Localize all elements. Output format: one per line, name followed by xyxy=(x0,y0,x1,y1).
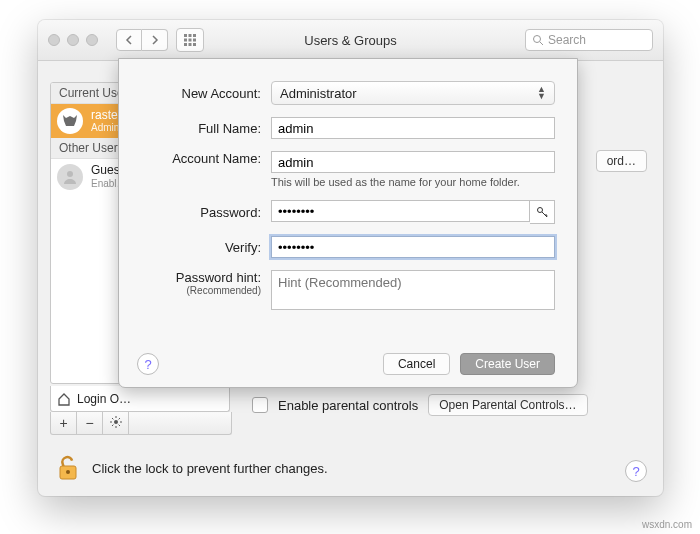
svg-point-15 xyxy=(538,208,543,213)
svg-rect-8 xyxy=(193,43,196,46)
key-icon xyxy=(536,206,548,218)
label-password: Password: xyxy=(141,205,271,220)
account-name-hint: This will be used as the name for your h… xyxy=(271,176,555,188)
change-password-button[interactable]: ord… xyxy=(596,150,647,172)
lock-row: Click the lock to prevent further change… xyxy=(54,454,647,482)
window-body: Current User raster… Admin Other Users G… xyxy=(38,60,663,496)
svg-rect-0 xyxy=(184,34,187,37)
label-hint: Password hint: (Recommended) xyxy=(141,270,271,296)
close-window-icon[interactable] xyxy=(48,34,60,46)
svg-rect-3 xyxy=(184,39,187,42)
lock-text: Click the lock to prevent further change… xyxy=(92,461,328,476)
full-name-input[interactable] xyxy=(271,117,555,139)
password-assistant-button[interactable] xyxy=(530,200,555,224)
remove-user-button[interactable]: − xyxy=(77,412,103,434)
label-verify: Verify: xyxy=(141,240,271,255)
enable-parental-label: Enable parental controls xyxy=(278,398,418,413)
cancel-button[interactable]: Cancel xyxy=(383,353,450,375)
svg-line-10 xyxy=(540,42,543,45)
add-user-button[interactable]: + xyxy=(51,412,77,434)
svg-rect-2 xyxy=(193,34,196,37)
nav-buttons xyxy=(116,29,168,51)
unlocked-padlock-icon[interactable] xyxy=(54,454,82,482)
svg-rect-1 xyxy=(189,34,192,37)
create-user-button[interactable]: Create User xyxy=(460,353,555,375)
grid-icon xyxy=(184,34,196,46)
label-account-name: Account Name: xyxy=(141,151,271,166)
account-type-select[interactable]: Administrator ▲▼ xyxy=(271,81,555,105)
chevron-left-icon xyxy=(125,35,133,45)
password-input[interactable] xyxy=(271,200,530,222)
avatar-icon xyxy=(57,164,83,190)
change-password-area: ord… xyxy=(596,150,647,172)
gear-icon xyxy=(110,416,122,428)
avatar-icon xyxy=(57,108,83,134)
svg-rect-5 xyxy=(193,39,196,42)
verify-password-input[interactable] xyxy=(271,236,555,258)
svg-point-11 xyxy=(67,171,73,177)
login-options-label: Login O… xyxy=(77,392,131,406)
preferences-window: Users & Groups Search Current User raste… xyxy=(38,20,663,496)
parental-controls-row: Enable parental controls Open Parental C… xyxy=(252,394,588,416)
search-icon xyxy=(532,34,544,46)
password-hint-input[interactable] xyxy=(271,270,555,310)
show-all-button[interactable] xyxy=(176,28,204,52)
search-field[interactable]: Search xyxy=(525,29,653,51)
help-button[interactable]: ? xyxy=(625,460,647,482)
svg-rect-6 xyxy=(184,43,187,46)
sheet-help-button[interactable]: ? xyxy=(137,353,159,375)
wolf-avatar-icon xyxy=(61,112,79,130)
svg-point-12 xyxy=(114,420,118,424)
titlebar: Users & Groups Search xyxy=(38,20,663,61)
account-type-value: Administrator xyxy=(280,86,357,101)
person-silhouette-icon xyxy=(62,169,78,185)
sheet-footer: ? Cancel Create User xyxy=(137,353,555,375)
back-button[interactable] xyxy=(116,29,142,51)
sidebar-toolstrip: + − xyxy=(50,412,232,435)
svg-rect-4 xyxy=(189,39,192,42)
updown-arrows-icon: ▲▼ xyxy=(537,86,546,100)
login-options-row[interactable]: Login O… xyxy=(50,386,230,412)
watermark: wsxdn.com xyxy=(642,519,692,530)
window-controls xyxy=(48,34,98,46)
minimize-window-icon[interactable] xyxy=(67,34,79,46)
svg-point-14 xyxy=(66,470,70,474)
label-account-type: New Account: xyxy=(141,86,271,101)
svg-point-9 xyxy=(534,36,541,43)
forward-button[interactable] xyxy=(142,29,168,51)
action-menu-button[interactable] xyxy=(103,412,129,434)
enable-parental-checkbox[interactable] xyxy=(252,397,268,413)
open-parental-controls-button[interactable]: Open Parental Controls… xyxy=(428,394,587,416)
home-icon xyxy=(57,392,71,406)
chevron-right-icon xyxy=(151,35,159,45)
svg-rect-7 xyxy=(189,43,192,46)
account-name-input[interactable] xyxy=(271,151,555,173)
search-placeholder: Search xyxy=(548,33,586,47)
label-full-name: Full Name: xyxy=(141,121,271,136)
new-account-sheet: New Account: Administrator ▲▼ Full Name:… xyxy=(118,58,578,388)
zoom-window-icon[interactable] xyxy=(86,34,98,46)
